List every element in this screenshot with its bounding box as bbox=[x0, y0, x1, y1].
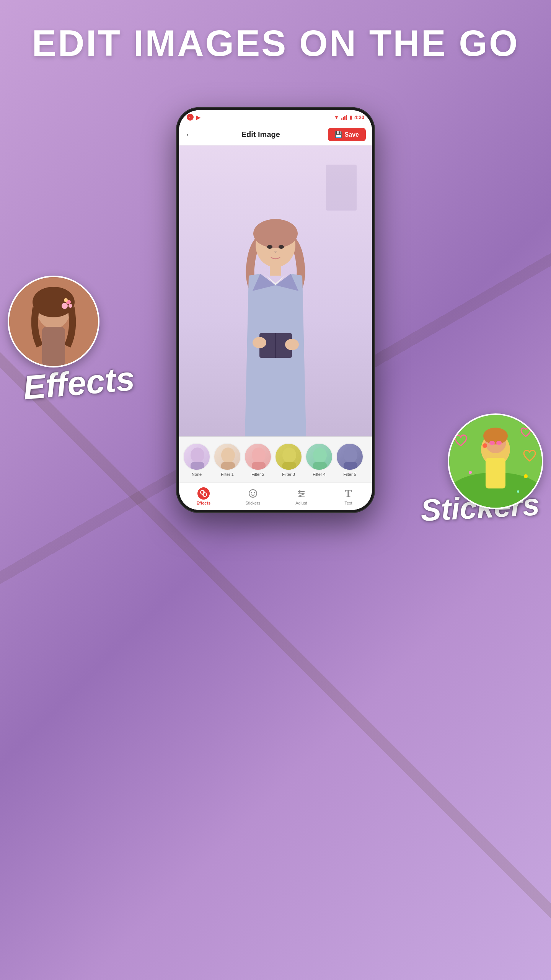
svg-rect-14 bbox=[496, 441, 502, 445]
svg-point-25 bbox=[253, 337, 266, 348]
svg-point-7 bbox=[68, 304, 72, 308]
effects-icon bbox=[197, 487, 210, 500]
time-display: 4:20 bbox=[354, 114, 364, 120]
filter-1[interactable]: Filter 1 bbox=[214, 443, 241, 477]
nav-effects-label: Effects bbox=[197, 501, 211, 505]
filter-thumb-4 bbox=[305, 443, 333, 470]
svg-point-31 bbox=[221, 448, 235, 463]
filter-1-label: Filter 1 bbox=[221, 472, 234, 477]
svg-point-18 bbox=[524, 474, 528, 478]
text-icon: T bbox=[342, 487, 354, 500]
status-indicator: ○ bbox=[187, 114, 194, 121]
svg-point-21 bbox=[253, 219, 298, 248]
svg-rect-38 bbox=[313, 462, 327, 470]
svg-rect-22 bbox=[270, 264, 281, 276]
status-left: ○ ▶ bbox=[187, 114, 201, 121]
filter-5-label: Filter 5 bbox=[343, 472, 356, 477]
save-button[interactable]: 💾 Save bbox=[328, 128, 366, 141]
svg-point-19 bbox=[517, 490, 519, 493]
svg-rect-13 bbox=[489, 441, 495, 445]
screen-title: Edit Image bbox=[241, 130, 280, 139]
effects-float-label: Effects bbox=[21, 359, 136, 407]
app-top-bar: ← Edit Image 💾 Save bbox=[179, 124, 372, 145]
nav-stickers[interactable]: Stickers bbox=[245, 487, 260, 505]
svg-rect-36 bbox=[282, 462, 296, 470]
phone-screen: ○ ▶ ▼ ▮ 4:20 ← Edit I bbox=[179, 110, 372, 510]
filter-2[interactable]: Filter 2 bbox=[244, 443, 272, 477]
svg-rect-32 bbox=[221, 462, 235, 470]
filter-strip: None Filter 1 Filter 2 bbox=[179, 436, 372, 482]
svg-point-26 bbox=[285, 339, 299, 350]
woman-figure bbox=[218, 214, 333, 436]
save-icon: 💾 bbox=[335, 131, 342, 138]
nav-text[interactable]: T Text bbox=[342, 487, 354, 505]
main-headline: EDIT IMAGES ON THE GO bbox=[0, 23, 551, 64]
svg-point-4 bbox=[62, 303, 68, 309]
battery-icon: ▮ bbox=[349, 114, 352, 120]
effects-preview-circle bbox=[8, 276, 99, 368]
svg-point-15 bbox=[483, 443, 487, 448]
svg-point-33 bbox=[252, 448, 266, 463]
svg-point-45 bbox=[251, 492, 252, 493]
svg-rect-16 bbox=[486, 458, 505, 488]
filter-thumb-none bbox=[183, 443, 210, 470]
wifi-icon: ▼ bbox=[334, 114, 339, 120]
nav-adjust-label: Adjust bbox=[295, 501, 307, 505]
svg-rect-3 bbox=[42, 327, 65, 366]
svg-rect-34 bbox=[252, 462, 266, 470]
filter-2-label: Filter 2 bbox=[251, 472, 264, 477]
svg-point-37 bbox=[313, 448, 327, 463]
filter-thumb-2 bbox=[244, 443, 272, 470]
cursor-icon: ▶ bbox=[196, 114, 201, 121]
filter-none-label: None bbox=[192, 472, 202, 477]
svg-point-17 bbox=[469, 471, 472, 474]
filter-3-label: Filter 3 bbox=[282, 472, 295, 477]
signal-bar-1 bbox=[341, 118, 342, 120]
stickers-icon bbox=[247, 487, 259, 500]
svg-point-6 bbox=[64, 298, 68, 302]
shelf-element bbox=[326, 165, 357, 211]
phone-mockup: ○ ▶ ▼ ▮ 4:20 ← Edit I bbox=[176, 107, 375, 513]
nav-adjust[interactable]: Adjust bbox=[295, 487, 307, 505]
svg-rect-30 bbox=[191, 462, 204, 470]
filter-5[interactable]: Filter 5 bbox=[336, 443, 364, 477]
svg-point-52 bbox=[299, 495, 302, 497]
svg-point-28 bbox=[279, 245, 284, 249]
image-edit-area[interactable] bbox=[179, 145, 372, 436]
svg-point-39 bbox=[344, 448, 357, 463]
svg-point-12 bbox=[483, 428, 508, 444]
svg-rect-40 bbox=[344, 462, 357, 470]
signal-bar-2 bbox=[343, 117, 344, 120]
svg-point-27 bbox=[267, 245, 272, 249]
filter-4-label: Filter 4 bbox=[313, 472, 326, 477]
filter-none[interactable]: None bbox=[183, 443, 210, 477]
svg-point-44 bbox=[249, 490, 257, 497]
svg-point-48 bbox=[298, 490, 301, 493]
back-button[interactable]: ← bbox=[185, 130, 194, 140]
nav-effects[interactable]: Effects bbox=[197, 487, 211, 505]
svg-point-46 bbox=[254, 492, 255, 493]
filter-thumb-1 bbox=[214, 443, 241, 470]
phone-frame: ○ ▶ ▼ ▮ 4:20 ← Edit I bbox=[176, 107, 375, 513]
nav-stickers-label: Stickers bbox=[245, 501, 260, 505]
signal-icon bbox=[341, 115, 347, 120]
signal-bar-4 bbox=[346, 115, 347, 120]
signal-bar-3 bbox=[344, 116, 346, 120]
nav-text-label: Text bbox=[344, 501, 352, 505]
filter-thumb-3 bbox=[275, 443, 302, 470]
filter-thumb-5 bbox=[336, 443, 364, 470]
svg-point-50 bbox=[302, 493, 304, 495]
bottom-navigation: Effects Stickers bbox=[179, 482, 372, 510]
stickers-preview-circle bbox=[448, 413, 543, 509]
svg-point-29 bbox=[191, 448, 204, 463]
filter-3[interactable]: Filter 3 bbox=[275, 443, 302, 477]
adjust-icon bbox=[295, 487, 307, 500]
status-bar: ○ ▶ ▼ ▮ 4:20 bbox=[179, 110, 372, 124]
svg-point-35 bbox=[282, 448, 296, 463]
status-right: ▼ ▮ 4:20 bbox=[334, 114, 364, 120]
filter-4[interactable]: Filter 4 bbox=[305, 443, 333, 477]
